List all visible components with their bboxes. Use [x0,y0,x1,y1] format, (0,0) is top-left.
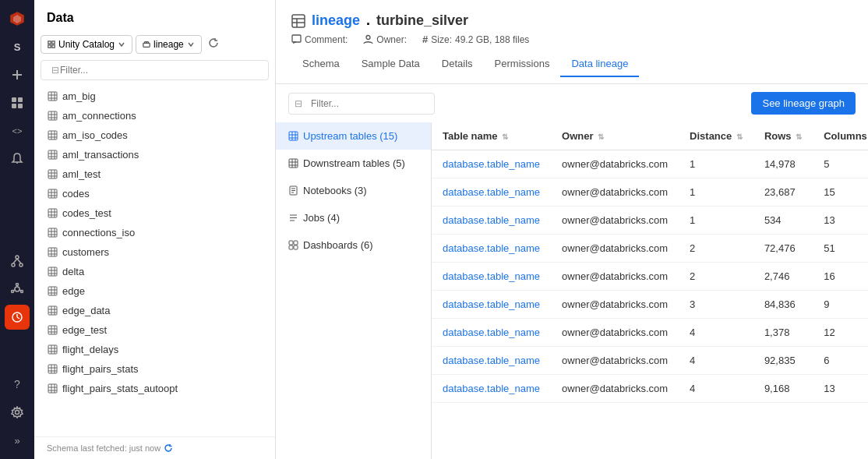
sidebar-filter-input[interactable] [41,60,269,80]
table-name-label: customers [62,246,109,258]
category-downstream-tables[interactable]: Downstream tables (5) [276,150,431,177]
category-notebooks[interactable]: Notebooks (3) [276,177,431,204]
list-item[interactable]: flight_delays [34,340,275,359]
category-label: Notebooks (3) [303,185,367,196]
lineage-filter-input[interactable] [288,93,435,115]
col-header-owner[interactable]: Owner ⇅ [551,122,679,150]
cell-columns: 6 [813,347,868,375]
list-item[interactable]: aml_transactions [34,145,275,164]
cell-table-name[interactable]: database.table_name [432,150,551,178]
see-lineage-graph-button[interactable]: See lineage graph [751,92,856,115]
cell-table-name[interactable]: database.table_name [432,347,551,375]
table-name-label: connections_iso [62,227,135,238]
cell-table-name[interactable]: database.table_name [432,178,551,207]
list-item[interactable]: codes_test [34,203,275,223]
cell-columns: 15 [813,178,868,207]
svg-rect-137 [289,241,293,245]
svg-rect-64 [48,209,57,217]
svg-rect-125 [289,159,298,168]
list-item[interactable]: connections_iso [34,223,275,242]
schema-fetch-label: Schema last fetched: just now [47,443,161,453]
table-grid-icon [47,91,58,102]
cell-table-name[interactable]: database.table_name [432,207,551,235]
list-item[interactable]: flight_pairs_stats_autoopt [34,379,275,398]
cell-table-name[interactable]: database.table_name [432,291,551,319]
cell-table-name[interactable]: database.table_name [432,263,551,291]
svg-rect-39 [48,111,57,120]
table-name-label: flight_pairs_stats [62,363,139,375]
cell-table-name[interactable]: database.table_name [432,235,551,263]
table-grid-icon [47,286,58,297]
cluster-icon[interactable] [5,277,30,302]
comment-icon [291,34,302,44]
cell-distance: 2 [679,235,753,263]
table-title-icon [291,14,305,28]
schema-dropdown[interactable]: lineage [136,35,202,54]
settings-icon[interactable] [5,400,30,425]
list-item[interactable]: codes [34,184,275,203]
list-item[interactable]: edge_test [34,320,275,340]
tab-schema[interactable]: Schema [291,51,351,77]
clock-icon[interactable] [5,305,30,330]
refresh-button[interactable] [205,34,222,54]
tree-icon[interactable] [5,249,30,274]
cell-distance: 2 [679,263,753,291]
dashboards-icon [288,240,298,250]
list-item[interactable]: customers [34,242,275,262]
list-item[interactable]: am_big [34,87,275,106]
size-label: Size: [431,34,452,45]
table-grid-icon [47,247,58,258]
category-jobs[interactable]: Jobs (4) [276,204,431,231]
cell-distance: 1 [679,150,753,178]
plus-icon[interactable] [5,62,30,87]
col-header-table-name[interactable]: Table name ⇅ [432,122,551,150]
grid2-icon[interactable] [5,90,30,115]
col-header-columns[interactable]: Columns ⇅ [813,122,868,150]
sidebar-controls: Unity Catalog lineage [34,31,275,57]
category-dashboards[interactable]: Dashboards (6) [276,231,431,259]
table-grid-icon [47,130,58,141]
cell-distance: 1 [679,207,753,235]
category-upstream-tables[interactable]: Upstream tables (15) [276,122,431,150]
list-item[interactable]: am_iso_codes [34,125,275,145]
table-name-label: codes_test [62,207,111,219]
cell-owner: owner@databricks.com [551,375,679,403]
table-name-label: am_iso_codes [62,129,128,141]
logo-icon[interactable] [5,6,30,31]
catalog-dropdown[interactable]: Unity Catalog [41,35,132,54]
svg-rect-114 [292,15,305,27]
col-header-rows[interactable]: Rows ⇅ [753,122,813,150]
tab-sample-data[interactable]: Sample Data [351,51,431,77]
bell-icon[interactable] [5,147,30,171]
col-header-distance[interactable]: Distance ⇅ [679,122,753,150]
svg-rect-99 [48,345,57,354]
cell-owner: owner@databricks.com [551,235,679,263]
lineage-area: ⊟ See lineage graph Upstream tables (15)… [276,84,868,459]
user-icon[interactable]: S [5,34,30,59]
list-item[interactable]: delta [34,262,275,281]
help-icon[interactable]: ? [5,372,30,397]
cell-table-name[interactable]: database.table_name [432,319,551,347]
expand-icon[interactable]: » [5,428,30,453]
code-icon[interactable]: <> [5,118,30,143]
list-item[interactable]: edge [34,281,275,301]
owner-icon [363,34,373,44]
table-row: database.table_name owner@databricks.com… [432,263,868,291]
tab-data-lineage[interactable]: Data lineage [560,51,639,77]
cell-rows: 72,476 [753,235,813,263]
cell-columns: 9 [813,291,868,319]
cell-table-name[interactable]: database.table_name [432,375,551,403]
main-content: lineage.turbine_silver Comment: Owner: #… [276,0,868,459]
cell-columns: 12 [813,319,868,347]
tab-details[interactable]: Details [431,51,484,77]
cell-owner: owner@databricks.com [551,150,679,178]
table-grid-icon [47,364,58,375]
tab-permissions[interactable]: Permissions [484,51,561,77]
list-item[interactable]: am_connections [34,106,275,125]
list-item[interactable]: aml_test [34,164,275,184]
list-item[interactable]: flight_pairs_stats [34,359,275,379]
list-item[interactable]: edge_data [34,301,275,320]
owner-label: Owner: [376,34,407,45]
table-grid-icon [47,305,58,316]
cell-rows: 92,835 [753,347,813,375]
